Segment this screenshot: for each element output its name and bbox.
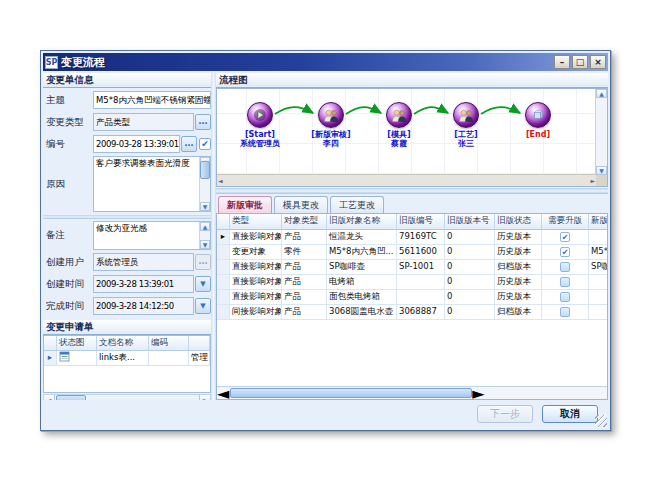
cancel-button[interactable]: 取消 <box>542 405 598 423</box>
window-controls: – □ × <box>554 55 606 69</box>
column-header[interactable]: 状态图 <box>57 336 97 351</box>
reason-text: 客户要求调整表面光滑度 <box>96 158 190 168</box>
document-icon <box>59 351 70 362</box>
table-row[interactable]: 直接影响对象产品SP咖啡壶SP-10010归档版本SP咖 <box>217 260 607 275</box>
column-header[interactable] <box>217 214 230 230</box>
review-tabs: 新版审批模具更改工艺更改 <box>216 195 608 214</box>
start-icon <box>253 108 267 122</box>
scroll-right-icon[interactable]: ► <box>472 384 484 401</box>
checkbox-checked-icon[interactable]: ✔ <box>560 232 570 242</box>
scroll-thumb[interactable] <box>200 161 210 179</box>
flow-node-start[interactable] <box>247 102 273 128</box>
cell: 归档版本 <box>495 305 542 320</box>
flow-node-task[interactable] <box>318 102 344 128</box>
table-row[interactable]: 间接影响对象产品3068圆盖电水壶30688870归档版本 <box>217 305 607 320</box>
column-header[interactable]: 需要升版 <box>542 214 589 230</box>
checkbox-unchecked-icon[interactable] <box>560 307 570 317</box>
end-icon <box>532 109 544 121</box>
flow-node-end[interactable] <box>525 102 551 128</box>
change-info-panel: 变更单信息 主题 M5*8内六角凹端不锈钢紧固螺钉 变更类型 产品类型 … 编号… <box>43 73 211 400</box>
number-browse-button[interactable]: … <box>181 136 197 152</box>
checkbox-unchecked-icon[interactable] <box>560 262 570 272</box>
table-row[interactable]: ▸直接影响对象产品恒温龙头79169TC0历史版本✔ <box>217 230 607 245</box>
column-header[interactable]: 类型 <box>230 214 282 230</box>
scroll-down-icon[interactable]: ▼ <box>200 240 210 249</box>
cell: 3068圆盖电水壶 <box>327 305 397 320</box>
flowchart-canvas[interactable]: [Start]系统管理员[新版审核]李四[模具]蔡霞[工艺]张三[End] <box>217 89 596 175</box>
minimize-button[interactable]: – <box>554 55 570 69</box>
flowchart-vscrollbar[interactable]: ▲ ▼ <box>595 89 607 175</box>
table-row[interactable]: 变更对象零件M5*8内六角凹...56116000历史版本✔M5*8 <box>217 245 607 260</box>
list-item[interactable]: ▸links表...管理 <box>44 351 210 366</box>
column-header[interactable]: 旧版对象名称 <box>327 214 397 230</box>
maximize-button[interactable]: □ <box>572 55 588 69</box>
column-header[interactable]: 旧版编号 <box>397 214 445 230</box>
column-header[interactable]: 文档名称 <box>97 336 149 351</box>
flowchart-hscrollbar[interactable]: ◄ ► <box>217 174 596 186</box>
number-label: 编号 <box>43 138 93 151</box>
remark-scrollbar[interactable]: ▲ ▼ <box>199 222 210 249</box>
reason-scrollbar[interactable]: ▲ ▼ <box>199 157 210 211</box>
scroll-down-icon[interactable]: ▼ <box>200 202 210 211</box>
column-header[interactable]: 旧版版本号 <box>445 214 495 230</box>
table-row[interactable]: 直接影响对象产品电烤箱0历史版本 <box>217 275 607 290</box>
column-header[interactable]: 新版 <box>589 214 608 230</box>
window-titlebar[interactable]: SP 变更流程 – □ × <box>43 53 608 71</box>
row-indicator <box>217 275 230 290</box>
reason-textarea[interactable]: 客户要求调整表面光滑度 ▲ ▼ <box>93 156 211 212</box>
column-header[interactable]: 旧版状态 <box>495 214 542 230</box>
remark-row: 备注 修改为亚光感 ▲ ▼ <box>43 221 211 250</box>
upgrade-cell: ✔ <box>542 245 589 260</box>
column-header[interactable] <box>189 336 210 351</box>
scroll-left-icon[interactable]: ◄ <box>218 177 223 184</box>
scroll-thumb[interactable] <box>230 388 472 398</box>
remark-text: 修改为亚光感 <box>96 223 147 233</box>
column-header[interactable] <box>44 336 57 351</box>
number-input[interactable]: 2009-03-28 13:39:01 <box>93 135 180 153</box>
create-time-dropdown-icon[interactable]: ▼ <box>195 276 211 292</box>
close-button[interactable]: × <box>590 55 606 69</box>
horizontal-splitter[interactable] <box>216 188 608 194</box>
finish-time-input[interactable]: 2009-3-28 14:12:50 <box>93 297 194 315</box>
checkbox-checked-icon[interactable]: ✔ <box>560 247 570 257</box>
scroll-up-icon[interactable]: ▲ <box>596 89 607 98</box>
document-name-cell: links表... <box>97 351 149 366</box>
cell: 产品 <box>282 260 327 275</box>
review-grid-hscrollbar[interactable]: ◄ ► <box>217 386 607 399</box>
tab-3[interactable]: 工艺更改 <box>330 196 384 213</box>
flow-and-grid-panel: 流程图 [Start]系统管理员[新版审核]李四[模具]蔡霞[工艺]张三[End… <box>216 73 608 400</box>
scroll-right-icon[interactable]: ► <box>590 177 595 184</box>
status-icon-cell <box>57 351 97 366</box>
change-type-label: 变更类型 <box>43 116 93 129</box>
remark-textarea[interactable]: 修改为亚光感 ▲ ▼ <box>93 221 211 250</box>
tab-2[interactable]: 模具更改 <box>274 196 328 213</box>
checkbox-unchecked-icon[interactable] <box>560 292 570 302</box>
change-type-browse-button[interactable]: … <box>195 114 211 130</box>
tab-1[interactable]: 新版审批 <box>218 196 272 213</box>
cell: 产品 <box>282 230 327 245</box>
create-user-label: 创建用户 <box>43 256 93 269</box>
change-type-input[interactable]: 产品类型 <box>93 113 194 131</box>
dialog-body: 变更单信息 主题 M5*8内六角凹端不锈钢紧固螺钉 变更类型 产品类型 … 编号… <box>43 71 608 400</box>
create-user-input[interactable]: 系统管理员 <box>93 253 194 271</box>
cell: 0 <box>445 260 495 275</box>
flow-node-label-line1: [End] <box>496 130 580 139</box>
subject-input[interactable]: M5*8内六角凹端不锈钢紧固螺钉 <box>93 91 211 109</box>
scroll-up-icon[interactable]: ▲ <box>200 222 210 231</box>
table-row[interactable]: 直接影响对象产品面包类电烤箱0历史版本 <box>217 290 607 305</box>
scroll-down-icon[interactable]: ▼ <box>596 166 607 175</box>
number-checkbox[interactable]: ✔ <box>199 138 211 150</box>
create-time-input[interactable]: 2009-3-28 13:39:01 <box>93 275 194 293</box>
request-table-head: 状态图文档名称编码 <box>44 336 210 351</box>
checkbox-unchecked-icon[interactable] <box>560 277 570 287</box>
cell: SP咖啡壶 <box>327 260 397 275</box>
flow-node-task[interactable] <box>453 102 479 128</box>
scroll-left-icon[interactable]: ◄ <box>217 384 229 401</box>
finish-time-dropdown-icon[interactable]: ▼ <box>195 298 211 314</box>
flow-node-task[interactable] <box>386 102 412 128</box>
cell: 产品 <box>282 275 327 290</box>
column-header[interactable]: 编码 <box>149 336 189 351</box>
resize-grip[interactable] <box>595 415 607 427</box>
column-header[interactable]: 对象类型 <box>282 214 327 230</box>
finish-time-row: 完成时间 2009-3-28 14:12:50 ▼ <box>43 296 211 316</box>
